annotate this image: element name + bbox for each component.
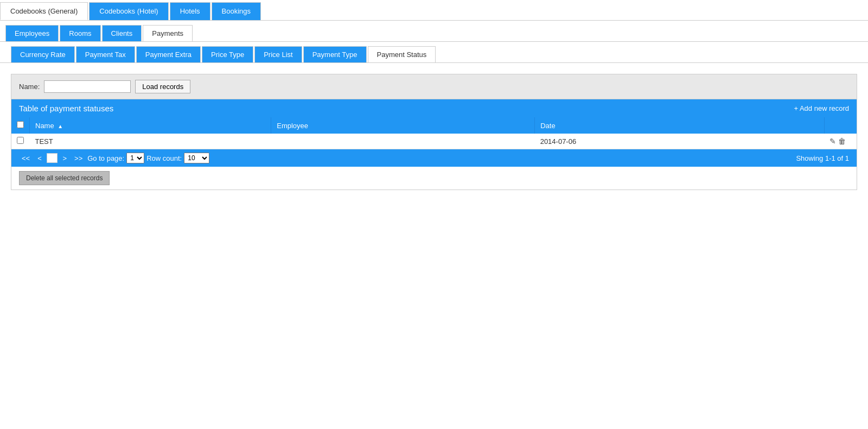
showing-text: Showing 1-1 of 1 xyxy=(796,154,849,162)
col-actions xyxy=(824,117,857,134)
select-all-checkbox[interactable] xyxy=(17,121,24,128)
tab-price-list[interactable]: Price List xyxy=(254,46,302,62)
top-nav: Codebooks (General) Codebooks (Hotel) Ho… xyxy=(0,0,868,21)
col-checkbox xyxy=(11,117,30,134)
next-page-button[interactable]: > xyxy=(60,153,69,163)
tab-hotels[interactable]: Hotels xyxy=(170,2,210,20)
tab-payment-extra[interactable]: Payment Extra xyxy=(136,46,201,62)
table-header-row: Name ▲ Employee Date xyxy=(11,117,857,134)
last-page-button[interactable]: >> xyxy=(72,153,85,163)
table-header-bar: Table of payment statuses + Add new reco… xyxy=(11,99,857,117)
tab-codebooks-hotel[interactable]: Codebooks (Hotel) xyxy=(89,2,168,20)
main-content: Name: Load records Table of payment stat… xyxy=(0,63,868,199)
tab-payment-tax[interactable]: Payment Tax xyxy=(76,46,135,62)
load-records-button[interactable]: Load records xyxy=(135,80,190,93)
name-input[interactable] xyxy=(44,80,131,93)
col-employee: Employee xyxy=(271,117,535,134)
panel: Name: Load records Table of payment stat… xyxy=(11,74,857,190)
row-count-label: Row count: xyxy=(146,154,182,162)
tab-employees[interactable]: Employees xyxy=(5,25,59,41)
tab-payment-status[interactable]: Payment Status xyxy=(368,46,436,62)
tab-rooms[interactable]: Rooms xyxy=(60,25,100,41)
delete-icon[interactable]: 🗑 xyxy=(838,137,846,146)
sort-arrow-name: ▲ xyxy=(58,123,63,129)
pagination-left: << < 1 > >> Go to page: 1 Row count: 10 … xyxy=(19,153,209,163)
tab-bookings[interactable]: Bookings xyxy=(212,2,261,20)
prev-page-button[interactable]: < xyxy=(35,153,44,163)
table-title: Table of payment statuses xyxy=(19,104,113,113)
filter-bar: Name: Load records xyxy=(11,74,857,99)
table-row: TEST 2014-07-06 ✎ 🗑 xyxy=(11,134,857,149)
third-nav: Currency Rate Payment Tax Payment Extra … xyxy=(0,42,868,63)
col-date: Date xyxy=(535,117,824,134)
row-employee xyxy=(271,134,535,149)
delete-bar: Delete all selected records xyxy=(11,167,857,190)
row-checkbox[interactable] xyxy=(17,137,24,144)
tab-codebooks-general[interactable]: Codebooks (General) xyxy=(0,2,88,20)
name-label: Name: xyxy=(19,83,40,91)
payment-status-table: Name ▲ Employee Date TEST 2014-07-06 ✎ xyxy=(11,117,857,149)
tab-price-type[interactable]: Price Type xyxy=(202,46,253,62)
edit-icon[interactable]: ✎ xyxy=(829,137,836,146)
delete-all-button[interactable]: Delete all selected records xyxy=(19,171,110,185)
tab-payments[interactable]: Payments xyxy=(143,25,193,41)
col-name[interactable]: Name ▲ xyxy=(30,117,271,134)
second-nav: Employees Rooms Clients Payments xyxy=(0,21,868,42)
row-date: 2014-07-06 xyxy=(535,134,824,149)
row-count-select[interactable]: 10 20 50 100 xyxy=(184,153,209,163)
first-page-button[interactable]: << xyxy=(19,153,33,163)
tab-payment-type[interactable]: Payment Type xyxy=(303,46,367,62)
pagination-bar: << < 1 > >> Go to page: 1 Row count: 10 … xyxy=(11,149,857,167)
tab-clients[interactable]: Clients xyxy=(102,25,142,41)
add-new-record-button[interactable]: + Add new record xyxy=(794,104,849,112)
row-actions: ✎ 🗑 xyxy=(824,134,857,149)
current-page: 1 xyxy=(47,153,58,163)
go-to-page-label: Go to page: xyxy=(87,154,124,162)
row-name: TEST xyxy=(30,134,271,149)
page-select[interactable]: 1 xyxy=(126,153,144,163)
tab-currency-rate[interactable]: Currency Rate xyxy=(11,46,75,62)
row-checkbox-cell xyxy=(11,134,30,149)
